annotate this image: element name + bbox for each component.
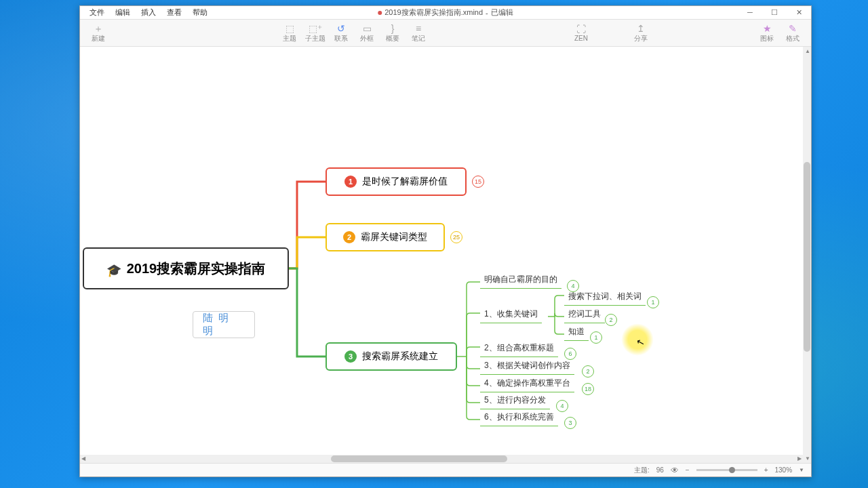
branch-1-count[interactable]: 15 [472, 176, 484, 188]
topic-label: 主题 [283, 34, 296, 43]
toolbar: ＋新建 ⬚主题 ⬚⁺子主题 ↺联系 ▭外框 }概要 ≡笔记 ⛶ZEN ↥分享 ★… [80, 20, 811, 47]
branch-3[interactable]: 3 搜索霸屏系统建立 [326, 342, 457, 371]
branch-1[interactable]: 1 是时候了解霸屏价值 [326, 167, 467, 196]
scroll-down-icon: ▼ [805, 455, 810, 462]
subtopic-button[interactable]: ⬚⁺子主题 [302, 21, 328, 45]
scroll-right-icon: ▶ [797, 455, 802, 462]
statusbar: 主题: 96 👁 − + 130% ▼ [80, 463, 811, 476]
leaf-platform[interactable]: 4、确定操作高权重平台 [480, 378, 574, 392]
scroll-thumb-v[interactable] [804, 162, 810, 352]
titlebar: 文件 编辑 插入 查看 帮助 2019搜索霸屏实操指南.xmind - 已编辑 … [80, 6, 811, 20]
subtopic-icon: ⬚⁺ [309, 23, 322, 34]
unsaved-dot-icon [378, 11, 382, 15]
boundary-button[interactable]: ▭外框 [354, 21, 380, 45]
leaf-title[interactable]: 2、组合高权重标题 [480, 342, 558, 357]
share-button[interactable]: ↥分享 [628, 21, 654, 45]
zen-icon: ⛶ [576, 24, 586, 35]
topics-label: 主题: [634, 466, 650, 475]
topic-button[interactable]: ⬚主题 [277, 21, 302, 45]
note-label: 笔记 [412, 34, 425, 43]
summary-label: 概要 [386, 34, 399, 43]
zoom-percent[interactable]: 130% [775, 466, 793, 474]
branch-1-label: 是时候了解霸屏价值 [362, 176, 448, 188]
title-filename: 2019搜索霸屏实操指南.xmind [384, 7, 483, 18]
icons-button[interactable]: ★图标 [754, 21, 780, 45]
new-label: 新建 [92, 34, 105, 43]
share-icon: ↥ [637, 23, 645, 34]
leaf-platform-count[interactable]: 18 [582, 383, 594, 395]
leaf-dropdown-count[interactable]: 1 [647, 296, 659, 308]
leaf-collect[interactable]: 1、收集关键词 [480, 308, 542, 323]
topics-count: 96 [656, 466, 664, 474]
priority-3-icon: 3 [344, 350, 357, 363]
branch-2[interactable]: 2 霸屏关键词类型 [326, 223, 445, 251]
author-topic[interactable]: 陆 明 明 [193, 311, 255, 338]
note-button[interactable]: ≡笔记 [406, 21, 431, 45]
leaf-mining-count[interactable]: 2 [605, 314, 617, 326]
title-sep: - [486, 9, 488, 17]
leaf-execute-count[interactable]: 3 [564, 417, 576, 429]
leaf-purpose[interactable]: 明确自己霸屏的目的 [480, 274, 561, 289]
minimize-button[interactable]: ─ [738, 6, 762, 20]
mindmap-canvas[interactable]: 🎓 2019搜索霸屏实操指南 陆 明 明 1 是时候了解霸屏价值 15 2 霸屏… [80, 47, 811, 463]
leaf-execute[interactable]: 6、执行和系统完善 [480, 411, 558, 426]
menu-edit[interactable]: 编辑 [110, 6, 136, 19]
relationship-button[interactable]: ↺联系 [328, 21, 354, 45]
zen-button[interactable]: ⛶ZEN [568, 21, 594, 45]
menu-help[interactable]: 帮助 [187, 6, 213, 19]
star-icon: ★ [763, 23, 772, 34]
format-label: 格式 [786, 34, 800, 43]
window-title: 2019搜索霸屏实操指南.xmind - 已编辑 [378, 7, 513, 18]
leaf-dropdown-words[interactable]: 搜索下拉词、相关词 [564, 291, 646, 306]
eye-icon[interactable]: 👁 [671, 466, 679, 475]
leaf-mining-tool[interactable]: 挖词工具 [564, 308, 605, 323]
topic-icon: ⬚ [285, 23, 294, 34]
brush-icon: ✎ [789, 23, 797, 34]
leaf-content-count[interactable]: 2 [582, 365, 594, 378]
menu-insert[interactable]: 插入 [136, 6, 161, 19]
menu-view[interactable]: 查看 [161, 6, 187, 19]
leaf-zhidao-count[interactable]: 1 [590, 331, 602, 344]
note-icon: ≡ [416, 23, 421, 34]
branch-2-label: 霸屏关键词类型 [361, 231, 427, 243]
vertical-scrollbar[interactable]: ▲ ▼ [803, 47, 811, 463]
branch-3-label: 搜索霸屏系统建立 [362, 350, 438, 363]
menubar: 文件 编辑 插入 查看 帮助 [80, 6, 213, 19]
root-topic[interactable]: 🎓 2019搜索霸屏实操指南 [83, 247, 289, 289]
share-label: 分享 [634, 34, 648, 43]
zoom-handle[interactable] [729, 467, 735, 473]
plus-icon: ＋ [94, 23, 103, 34]
format-button[interactable]: ✎格式 [780, 21, 806, 45]
maximize-button[interactable]: ☐ [762, 6, 787, 20]
leaf-title-count[interactable]: 6 [564, 348, 576, 360]
menu-file[interactable]: 文件 [84, 6, 110, 19]
icons-label: 图标 [760, 34, 774, 43]
boundary-label: 外框 [360, 34, 374, 43]
window-controls: ─ ☐ ✕ [738, 6, 811, 20]
branch-2-count[interactable]: 25 [450, 231, 462, 243]
priority-1-icon: 1 [344, 176, 357, 188]
leaf-distribute[interactable]: 5、进行内容分发 [480, 394, 550, 409]
zoom-out-button[interactable]: − [686, 466, 690, 474]
leaf-zhidao[interactable]: 知道 [564, 326, 589, 341]
zoom-slider[interactable] [696, 469, 757, 471]
root-label: 2019搜索霸屏实操指南 [127, 260, 266, 278]
zen-label: ZEN [574, 35, 588, 42]
scroll-left-icon: ◀ [81, 455, 85, 462]
scroll-thumb-h[interactable] [331, 455, 507, 462]
relationship-icon: ↺ [337, 23, 345, 34]
subtopic-label: 子主题 [305, 34, 326, 43]
priority-2-icon: 2 [343, 231, 355, 243]
summary-button[interactable]: }概要 [380, 21, 406, 45]
chevron-down-icon[interactable]: ▼ [799, 467, 804, 473]
summary-icon: } [391, 23, 395, 34]
scroll-up-icon: ▲ [805, 48, 810, 54]
horizontal-scrollbar[interactable]: ◀ ▶ [80, 455, 803, 463]
close-button[interactable]: ✕ [787, 6, 811, 20]
new-button[interactable]: ＋新建 [85, 21, 111, 45]
zoom-in-button[interactable]: + [764, 466, 768, 474]
graduation-cap-icon: 🎓 [106, 263, 121, 274]
leaf-content[interactable]: 3、根据关键词创作内容 [480, 360, 574, 375]
leaf-distribute-count[interactable]: 4 [556, 400, 568, 412]
relationship-label: 联系 [334, 34, 348, 43]
